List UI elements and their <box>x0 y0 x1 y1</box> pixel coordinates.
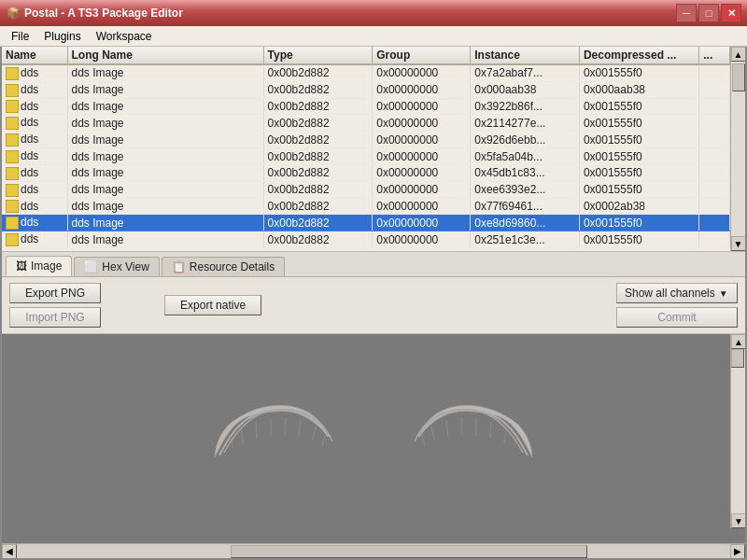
tab-resource-details[interactable]: 📋 Resource Details <box>162 257 285 276</box>
table-row[interactable]: dds dds Image 0x00b2d882 0x00000000 0x00… <box>2 81 730 98</box>
table-row[interactable]: dds dds Image 0x00b2d882 0x00000000 0x77… <box>2 198 730 215</box>
export-native-button[interactable]: Export native <box>164 295 261 315</box>
cell-decompressed: 0x001555f0 <box>579 132 698 148</box>
row-icon <box>6 167 19 180</box>
image-view: ▲ ▼ <box>2 334 745 543</box>
image-scroll-up[interactable]: ▲ <box>731 334 745 349</box>
cell-decompressed: 0x001555f0 <box>579 98 698 115</box>
row-icon <box>6 67 19 80</box>
vertical-scrollbar[interactable]: ▲ ▼ <box>730 47 745 251</box>
h-scroll-left[interactable]: ◀ <box>2 544 17 559</box>
cell-group: 0x00000000 <box>373 98 471 115</box>
svg-line-9 <box>504 427 506 443</box>
close-button[interactable]: ✕ <box>721 4 741 22</box>
svg-line-14 <box>431 426 434 441</box>
cell-instance: 0x5fa5a04b... <box>471 148 580 165</box>
export-png-button[interactable]: Export PNG <box>9 283 101 303</box>
h-scroll-track <box>17 544 730 558</box>
table-row[interactable]: dds dds Image 0x00b2d882 0x00000000 0x7a… <box>2 64 730 81</box>
row-icon <box>6 217 19 230</box>
menu-plugins[interactable]: Plugins <box>36 28 88 45</box>
main-container: Name Long Name Type Group Instance Decom… <box>0 47 747 560</box>
cell-instance: 0x3922b86f... <box>471 98 580 115</box>
col-header-type[interactable]: Type <box>263 47 373 64</box>
col-header-decompressed[interactable]: Decompressed ... <box>579 47 698 64</box>
maximize-button[interactable]: □ <box>698 4 719 22</box>
table-row[interactable]: dds dds Image 0x00b2d882 0x00000000 0x21… <box>2 115 730 132</box>
cell-group: 0x00000000 <box>373 215 471 231</box>
cell-decompressed: 0x001555f0 <box>579 215 698 231</box>
col-header-group[interactable]: Group <box>373 47 471 64</box>
table-row[interactable]: dds dds Image 0x00b2d882 0x00000000 0x92… <box>2 132 730 148</box>
tab-hex-view[interactable]: ⬜ Hex View <box>74 257 159 276</box>
cell-longname: dds Image <box>67 115 263 132</box>
h-scroll-thumb[interactable] <box>231 545 587 558</box>
cell-longname: dds Image <box>67 148 263 165</box>
table-row[interactable]: dds dds Image 0x00b2d882 0x00000000 0xe8… <box>2 215 730 231</box>
image-vertical-scrollbar[interactable]: ▲ ▼ <box>730 334 745 528</box>
cell-name: dds <box>2 115 67 132</box>
cell-type: 0x00b2d882 <box>263 198 373 215</box>
table-row[interactable]: dds dds Image 0x00b2d882 0x00000000 0x45… <box>2 164 730 181</box>
svg-line-15 <box>421 432 425 446</box>
cell-name: dds <box>2 181 67 198</box>
cell-longname: dds Image <box>67 64 263 81</box>
row-icon <box>6 184 19 197</box>
cell-extra <box>699 115 730 132</box>
commit-button[interactable]: Commit <box>616 307 738 328</box>
panel-area: Export PNG Import PNG Export native Show… <box>2 277 745 558</box>
cell-group: 0x00000000 <box>373 164 471 181</box>
svg-line-4 <box>285 417 286 435</box>
scroll-up-button[interactable]: ▲ <box>731 47 746 62</box>
row-icon <box>6 133 19 147</box>
image-scroll-down[interactable]: ▼ <box>731 513 745 528</box>
cell-instance: 0x251e1c3e... <box>471 231 580 248</box>
dropdown-arrow-icon: ▼ <box>719 288 728 299</box>
cell-name: dds <box>2 148 67 165</box>
scroll-thumb[interactable] <box>732 63 745 91</box>
cell-decompressed: 0x000aab38 <box>579 81 698 98</box>
cell-type: 0x00b2d882 <box>263 132 373 148</box>
image-scroll-thumb[interactable] <box>731 349 744 368</box>
cell-name: dds <box>2 64 67 81</box>
menu-workspace[interactable]: Workspace <box>89 28 160 45</box>
tab-image[interactable]: 🖼 Image <box>6 256 72 276</box>
cell-type: 0x00b2d882 <box>263 115 373 132</box>
scroll-down-button[interactable]: ▼ <box>731 236 746 251</box>
svg-line-10 <box>490 422 491 439</box>
col-header-extra[interactable]: ... <box>699 47 730 64</box>
table-row[interactable]: dds dds Image 0x00b2d882 0x00000000 0x5f… <box>2 148 730 165</box>
cell-decompressed: 0x0002ab38 <box>579 198 698 215</box>
table-row[interactable]: dds dds Image 0x00b2d882 0x00000000 0xee… <box>2 181 730 198</box>
col-header-instance[interactable]: Instance <box>471 47 580 64</box>
col-header-name[interactable]: Name <box>2 47 67 64</box>
table-scroll[interactable]: Name Long Name Type Group Instance Decom… <box>2 47 730 251</box>
app-icon: 📦 <box>6 6 21 21</box>
col-header-longname[interactable]: Long Name <box>67 47 263 64</box>
horizontal-scrollbar[interactable]: ◀ ▶ <box>2 543 745 558</box>
table-row[interactable]: dds dds Image 0x00b2d882 0x00000000 0x39… <box>2 98 730 115</box>
row-icon <box>6 100 19 113</box>
cell-decompressed: 0x001555f0 <box>579 115 698 132</box>
cell-name: dds <box>2 198 67 215</box>
cell-type: 0x00b2d882 <box>263 164 373 181</box>
svg-line-5 <box>299 420 301 437</box>
minimize-button[interactable]: ─ <box>676 4 697 22</box>
cell-extra <box>699 98 730 115</box>
h-scroll-right[interactable]: ▶ <box>730 544 745 559</box>
cell-type: 0x00b2d882 <box>263 181 373 198</box>
tab-image-label: Image <box>31 259 62 273</box>
menu-file[interactable]: File <box>4 28 36 45</box>
show-channels-button[interactable]: Show all channels ▼ <box>616 283 738 303</box>
row-icon <box>6 150 19 163</box>
import-png-button[interactable]: Import PNG <box>9 307 101 328</box>
cell-instance: 0x000aab38 <box>471 81 580 98</box>
cell-longname: dds Image <box>67 98 263 115</box>
cell-extra <box>699 64 730 81</box>
title-bar-title: Postal - A TS3 Package Editor <box>24 7 183 20</box>
cell-group: 0x00000000 <box>373 132 471 148</box>
cell-group: 0x00000000 <box>373 115 471 132</box>
table-row[interactable]: dds dds Image 0x00b2d882 0x00000000 0x25… <box>2 231 730 248</box>
cell-name: dds <box>2 132 67 148</box>
cell-decompressed: 0x001555f0 <box>579 164 698 181</box>
